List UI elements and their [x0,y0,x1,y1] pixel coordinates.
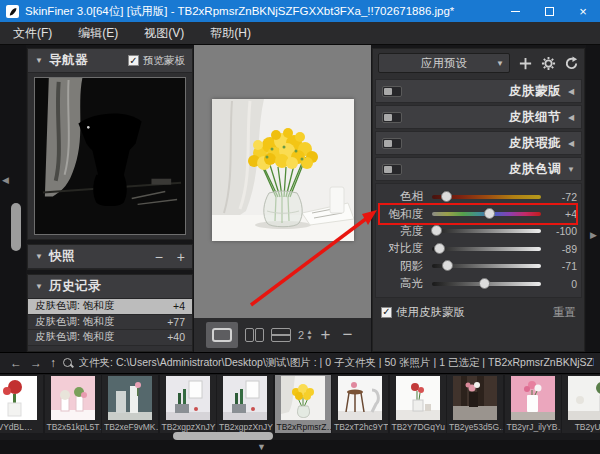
menu-file[interactable]: 文件(F) [0,22,65,45]
app-window: SkinFiner 3.0[64位] [试用版] - TB2xRpmsrZnBK… [0,0,600,454]
left-vertical-scrollbar[interactable] [11,203,21,251]
use-skin-mask-checkbox[interactable]: ✓ [381,307,392,318]
reset-refresh-icon[interactable] [564,56,579,71]
section-skin-mask[interactable]: 皮肤蒙版 ◀ [375,79,582,103]
chevron-down-icon[interactable]: ▼ [567,165,575,174]
apply-preset-dropdown[interactable]: 应用预设 ▼ [378,53,510,73]
thumbnail-cell[interactable]: TB2xT2hc9YT… [332,375,388,433]
thumbnail-cell[interactable]: TB2xgpzXnJY… [160,375,216,433]
thumbnail-image [166,376,210,420]
settings-gear-icon[interactable] [541,56,556,71]
brightness-slider[interactable] [432,229,541,233]
thumbnail-cell[interactable]: TB2yrJ_ilyYB… [505,375,561,433]
skin-tone-toggle[interactable] [382,164,402,175]
slider-value: -89 [541,243,577,255]
saturation-slider[interactable] [432,212,541,216]
status-bar: ← → ↑ 文件夹: C:\Users\Administrator\Deskto… [0,352,600,373]
slider-handle[interactable] [442,260,453,271]
snapshot-header[interactable]: ▼ 快照 − + [28,245,192,269]
minimize-button[interactable] [498,0,532,22]
single-view-button[interactable] [206,322,238,348]
thumbnail-label: TB2yrJ_ilyYB… [505,421,561,433]
history-header[interactable]: ▼ 历史记录 [28,275,192,299]
thumbnail-cell[interactable]: VYdBL… [0,375,43,433]
section-skin-blemish[interactable]: 皮肤瑕疵 ◀ [375,131,582,155]
reset-button[interactable]: 重置 [553,305,576,320]
forward-arrow-icon[interactable]: → [30,356,42,370]
chevron-down-icon: ▼ [496,59,504,68]
filmstrip: VYdBL… TB2x51kpL5T… TB2xeF9vMK… TB2xgpzX… [0,373,600,440]
collapse-triangle-icon: ▼ [35,252,43,261]
slider-value: -100 [541,225,577,237]
app-logo-icon [6,5,19,18]
thumbnail-image [0,376,37,420]
close-button[interactable]: × [566,0,600,22]
preset-row: 应用预设 ▼ [373,49,584,77]
slider-handle[interactable] [479,278,490,289]
collapse-filmstrip-icon[interactable]: ▼ [257,442,266,452]
history-item[interactable]: 皮肤色调: 饱和度 +40 [28,330,192,346]
menu-help[interactable]: 帮助(H) [197,22,264,45]
slider-handle[interactable] [431,225,442,236]
zoom-out-button[interactable]: − [343,325,353,345]
left-panel: ▼ 导航器 ✓ 预览蒙板 [27,48,193,352]
chevron-left-icon[interactable]: ◀ [567,113,575,122]
add-preset-button[interactable] [518,56,533,71]
slider-label: 饱和度 [378,207,432,222]
preview-mask-checkbox[interactable]: ✓ [128,55,139,66]
saturation-slider-row: 饱和度 +4 [378,205,577,222]
up-folder-icon[interactable]: ↑ [50,356,56,370]
shadows-slider[interactable] [432,264,541,268]
slider-value: 0 [541,278,577,290]
history-item[interactable]: 皮肤色调: 饱和度 +77 [28,315,192,331]
section-skin-detail[interactable]: 皮肤细节 ◀ [375,105,582,129]
skin-mask-toggle[interactable] [382,86,402,97]
thumbnail-cell[interactable]: TB2xgpzXnJY… [217,375,273,433]
thumbnail-cell[interactable]: TB2x51kpL5T… [45,375,101,433]
section-skin-tone[interactable]: 皮肤色调 ▼ [375,157,582,181]
split-columns-view-button[interactable] [245,322,264,348]
bottom-strip: ▼ [0,440,600,454]
contrast-slider-row: 对比度 -89 [378,240,577,257]
slider-label: 亮度 [378,224,432,239]
right-panel: 应用预设 ▼ [372,48,585,352]
thumbnail-cell[interactable]: TB2ye53d5G… [447,375,503,433]
snapshot-add-icon[interactable]: + [177,249,185,265]
thumbnail-cell[interactable]: TB2xeF9vMK… [102,375,158,433]
back-arrow-icon[interactable]: ← [10,356,22,370]
highlights-slider[interactable] [432,282,541,286]
filmstrip-horizontal-scrollbar[interactable] [173,432,273,440]
history-item-value: +77 [167,316,185,328]
snapshot-remove-icon[interactable]: − [155,249,163,265]
right-edge-strip: ▶ [586,45,600,352]
navigator-header[interactable]: ▼ 导航器 ✓ 预览蒙板 [28,49,192,73]
collapse-left-panel-icon[interactable]: ◀ [2,175,9,185]
split-rows-view-button[interactable] [271,322,291,348]
thumbnail-cell[interactable]: TB2Y7DGqYu… [390,375,446,433]
thumbnail-label: TB2xeF9vMK… [102,421,158,433]
chevron-left-icon[interactable]: ◀ [567,139,575,148]
collapse-right-panel-icon[interactable]: ▶ [590,230,597,240]
skin-blemish-toggle[interactable] [382,138,402,149]
zoom-in-button[interactable]: + [321,325,331,345]
thumbnail-cell[interactable]: TB2yU7 [562,375,600,433]
slider-value: -71 [541,260,577,272]
image-canvas[interactable] [194,45,371,318]
contrast-slider[interactable] [432,247,541,251]
history-item[interactable]: 皮肤色调: 饱和度 +4 [28,299,192,315]
hue-slider[interactable] [432,195,541,199]
chevron-left-icon[interactable]: ◀ [567,87,575,96]
slider-handle[interactable] [484,208,495,219]
skin-detail-toggle[interactable] [382,112,402,123]
search-icon[interactable] [63,358,73,369]
section-title: 皮肤瑕疵 [509,135,561,152]
slider-handle[interactable] [441,191,452,202]
navigator-mask-preview[interactable] [34,77,186,235]
slider-handle[interactable] [434,243,445,254]
menu-edit[interactable]: 编辑(E) [65,22,131,45]
stepper-down-icon[interactable]: ▼ [306,335,312,341]
maximize-button[interactable] [532,0,566,22]
thumbnail-cell-selected[interactable]: TB2xRpmsrZ… [275,375,331,433]
compare-count-stepper[interactable]: ▲▼ [306,329,312,341]
menu-view[interactable]: 视图(V) [131,22,197,45]
